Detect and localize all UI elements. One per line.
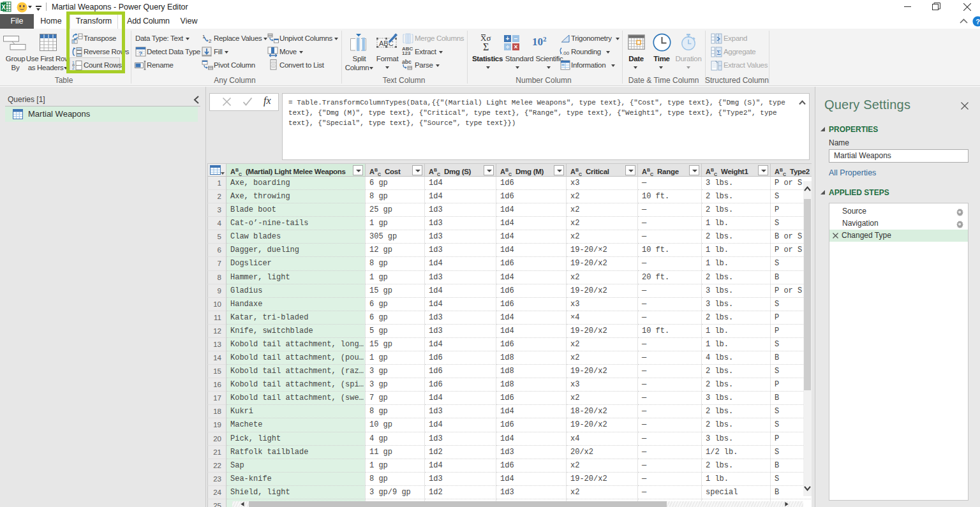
- svg-text:÷: ÷: [506, 43, 510, 50]
- svg-text:?: ?: [139, 50, 143, 57]
- svg-text:.00: .00: [562, 50, 570, 56]
- svg-text:2: 2: [209, 38, 212, 44]
- svg-text:×: ×: [514, 43, 518, 50]
- svg-text:Σ: Σ: [717, 48, 721, 56]
- svg-text:?: ?: [976, 18, 980, 26]
- svg-text:Σ: Σ: [483, 41, 489, 52]
- svg-text:−: −: [514, 35, 518, 42]
- svg-text:X: X: [1, 4, 6, 11]
- svg-text:+: +: [506, 35, 510, 42]
